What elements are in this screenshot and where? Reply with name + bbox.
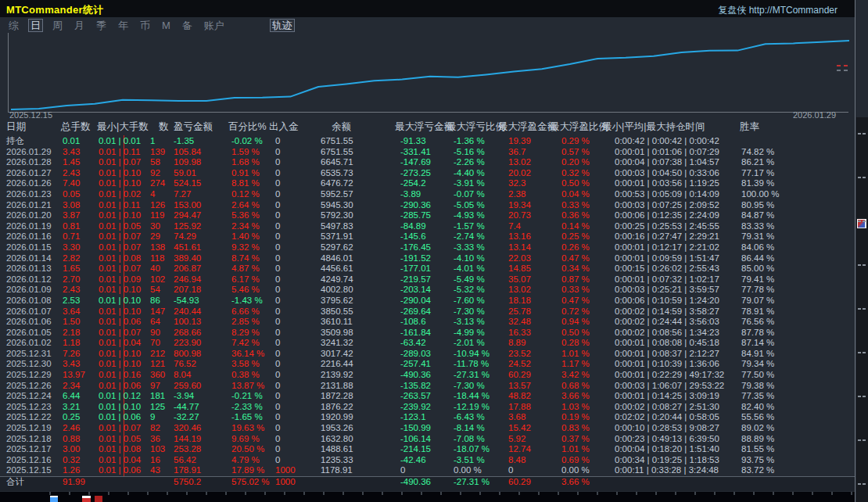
table-row[interactable]: 2025.12.262.340.01 | 0.0697259.6013.87 %… (0, 381, 855, 392)
menu-item-0[interactable]: 综 (6, 19, 21, 32)
cell-balance: 1178.91 (321, 465, 353, 475)
cell-hold-time: 0:00:10 | 0:28:53 | 9:08:27 (615, 423, 719, 433)
menu-item-7[interactable]: M (160, 19, 173, 32)
column-header-hold-time[interactable]: 最小|平均|最大持仓时间 (602, 120, 705, 134)
cell-hold-time: 0:00:01 | 0:09:59 | 1:51:47 (615, 253, 719, 264)
cell-count: 54 (150, 285, 160, 295)
cell-max-float-loss: -106.14 (400, 434, 431, 444)
right-scrollbar[interactable] (856, 117, 868, 502)
table-row[interactable]: 2025.12.303.430.01 | 0.1012176.523.58 %0… (0, 359, 855, 370)
cell-min-max-lots: 0.01 | 0.10 (99, 349, 141, 359)
table-row[interactable]: 2026.01.230.050.01 | 0.0247.270.12 %0595… (0, 189, 855, 200)
cell-max-float-loss-pct: -4.40 % (454, 168, 485, 178)
column-header-max-float-loss-pct[interactable]: 最大浮亏比例 (447, 120, 505, 134)
table-row[interactable]: 2026.01.272.430.01 | 0.109259.010.91 %06… (0, 168, 855, 179)
cell-win-rate: 81.39 % (741, 178, 774, 188)
total-row[interactable]: 合计91.995750.2575.02 %1000-490.36-27.31 %… (0, 476, 855, 491)
table-row[interactable]: 2026.01.122.700.01 | 0.09102246.946.17 %… (0, 274, 855, 285)
cell-date: 2025.12.19 (6, 423, 52, 433)
menu-item-3[interactable]: 月 (72, 19, 87, 32)
cell-pnl: -54.93 (174, 296, 199, 306)
table-row[interactable]: 2026.01.092.430.01 | 0.1054207.185.46 %0… (0, 285, 855, 296)
menu-item-6[interactable]: 币 (138, 19, 152, 32)
cell-total-lots: 13.97 (63, 370, 85, 380)
menu-item-10[interactable]: 轨迹 (270, 19, 295, 32)
column-header-count[interactable]: 数 (159, 120, 169, 134)
column-header-max-float-loss[interactable]: 最大浮亏金额 (395, 120, 454, 134)
table-row[interactable]: 2026.01.190.810.01 | 0.0530125.922.34 %0… (0, 221, 855, 232)
table-row[interactable]: 2026.01.281.450.01 | 0.0758109.981.68 %0… (0, 157, 855, 168)
table-row[interactable]: 2025.12.233.210.01 | 0.10125-44.77-2.33 … (0, 402, 855, 413)
table-row[interactable]: 2026.01.061.500.01 | 0.0664100.132.85 %0… (0, 317, 855, 328)
menu-item-2[interactable]: 周 (50, 19, 65, 32)
cell-min-max-lots: 0.01 | 0.11 (99, 200, 140, 210)
cell-min-max-lots: 0.01 | 0.10 (99, 359, 141, 369)
cell-percent: 9.32 % (231, 242, 260, 253)
cell-date: 2026.01.27 (6, 168, 52, 178)
column-header-in-out[interactable]: 出入金 (269, 120, 299, 134)
site-link[interactable]: 复盘侠 http://MTCommander (718, 4, 838, 17)
cell-pnl: 524.15 (174, 178, 201, 188)
table-row[interactable]: 2026.01.131.650.01 | 0.0740206.874.87 %0… (0, 264, 855, 274)
cell-count: 139 (150, 147, 165, 157)
menu-item-9[interactable]: 账户 (202, 19, 227, 32)
column-header-min-max-lots[interactable]: 最小|大手数 (97, 120, 149, 134)
column-header-win-rate[interactable]: 胜率 (740, 120, 759, 134)
cell-in-out: 0 (275, 402, 280, 412)
menu-item-1[interactable]: 日 (28, 19, 43, 32)
menu-item-4[interactable]: 季 (94, 19, 109, 32)
table-row[interactable]: 2026.01.142.820.01 | 0.08118389.408.74 %… (0, 253, 855, 264)
cell-min-max-lots: 0.01 | 0.10 (99, 402, 141, 412)
cell-hold-time: 0:00:03 | 0:04:50 | 0:33:06 (615, 168, 719, 178)
cell-max-float-loss: -290.36 (400, 200, 431, 210)
table-row[interactable]: 2026.01.160.710.01 | 0.072974.291.40 %05… (0, 231, 855, 242)
table-row[interactable]: 2026.01.267.400.01 | 0.10274524.158.81 %… (0, 178, 855, 189)
column-header-percent[interactable]: 百分比% (228, 120, 267, 134)
table-row[interactable]: 2025.12.246.440.01 | 0.12181-3.94-0.21 %… (0, 391, 855, 402)
cell-in-out: 0 (275, 189, 280, 199)
cell-count: 125 (150, 402, 165, 412)
cell-max-float-loss: -254.2 (400, 178, 426, 188)
table-row[interactable]: 2025.12.160.320.01 | 0.041656.424.79 %01… (0, 455, 855, 466)
table-row[interactable]: 2025.12.151.260.01 | 0.0643178.9117.89 %… (0, 465, 855, 476)
column-header-total-lots[interactable]: 总手数 (61, 120, 91, 134)
table-row[interactable]: 2026.01.153.300.01 | 0.07138451.619.32 %… (0, 242, 855, 253)
table-row[interactable]: 2025.12.192.460.01 | 0.0782320.4619.63 %… (0, 423, 855, 434)
table-row[interactable]: 2025.12.220.250.01 | 0.069-32.27-1.65 %0… (0, 412, 855, 423)
cell-max-float-gain: 13.02 (508, 157, 531, 167)
cell-balance: 1920.99 (321, 412, 353, 422)
table-row[interactable]: 2025.12.180.880.01 | 0.0536144.199.69 %0… (0, 434, 855, 445)
table-row[interactable]: 2025.12.317.260.01 | 0.10212800.9836.14 … (0, 349, 855, 360)
column-header-max-float-gain-pct[interactable]: 最大浮盈比例 (550, 120, 608, 134)
cell-balance: 1235.33 (321, 455, 353, 465)
scrollbar-dash-icon (863, 177, 866, 178)
menu-item-8[interactable]: 备 (180, 19, 195, 32)
table-row[interactable]: 2026.01.021.180.01 | 0.0470223.907.42 %0… (0, 338, 855, 349)
position-row[interactable]: 持仓0.010.01 | 0.011-1.35-0.02 %06751.55-9… (0, 136, 855, 147)
cell-date: 2026.01.07 (6, 307, 52, 317)
cell-count: 82 (150, 423, 160, 433)
equity-chart[interactable]: 2025.12.15 2026.01.29 (0, 31, 855, 119)
table-row[interactable]: 2026.01.213.080.01 | 0.11126153.002.64 %… (0, 200, 855, 211)
cell-total-lots: 3.21 (63, 402, 80, 412)
column-header-pnl[interactable]: 盈亏金额 (174, 120, 213, 134)
table-row[interactable]: 2026.01.203.870.01 | 0.10119294.475.36 %… (0, 210, 855, 221)
cell-pnl: 294.47 (174, 210, 201, 221)
column-header-date[interactable]: 日期 (6, 120, 26, 134)
table-row[interactable]: 2026.01.082.530.01 | 0.1086-54.93-1.43 %… (0, 296, 855, 307)
menu-item-5[interactable]: 年 (116, 19, 131, 32)
column-header-max-float-gain[interactable]: 最大浮盈金额 (498, 120, 557, 134)
table-row[interactable]: 2025.12.173.000.01 | 0.08103253.2820.50 … (0, 444, 855, 455)
column-header-balance[interactable]: 余额 (332, 120, 351, 134)
table-row[interactable]: 2026.01.073.640.01 | 0.10147240.446.66 %… (0, 307, 855, 317)
cell-in-out: 0 (275, 391, 280, 401)
cell-max-float-loss: -203.14 (400, 285, 431, 295)
cell-max-float-loss-pct: -18.44 % (454, 391, 490, 401)
cell-hold-time: 0:00:01 | 0:01:06 | 0:07:29 (615, 147, 719, 157)
table-row[interactable]: 2025.12.2913.970.01 | 0.163608.040.38 %0… (0, 370, 855, 381)
cell-date: 2025.12.29 (6, 370, 52, 380)
cell-percent: -0.02 % (231, 136, 263, 146)
table-row[interactable]: 2026.01.052.180.01 | 0.0790268.668.29 %0… (0, 328, 855, 339)
cell-max-float-gain-pct: 0.36 % (561, 210, 590, 221)
table-row[interactable]: 2026.01.293.430.01 | 0.11139105.841.59 %… (0, 147, 855, 158)
